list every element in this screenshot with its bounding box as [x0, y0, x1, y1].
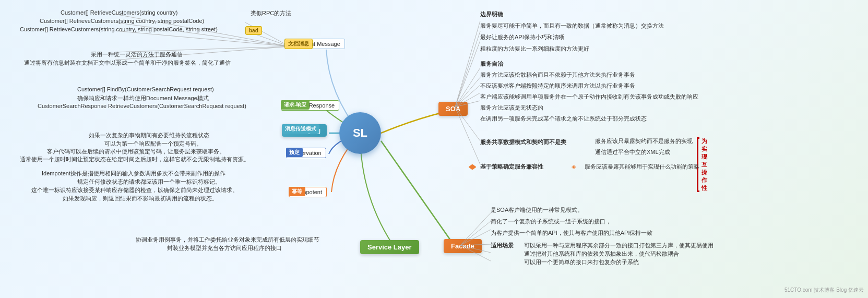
policy-label: 基于策略确定服务兼容性 — [480, 163, 543, 170]
autonomous-label: 服务自治 — [480, 61, 503, 67]
text-res-4: 通常使用一个超时时间让预定状态在给定时间之后超时，这样它就不会无限制地持有资源。 — [20, 156, 249, 163]
svg-line-8 — [455, 31, 480, 107]
svg-line-10 — [455, 68, 480, 107]
autonomous-item-1: 服务方法应该松散耦合而且不依赖于其他方法来执行业务事务 — [480, 71, 698, 79]
text-rpc-label: 类似RPC的方法 — [251, 9, 291, 17]
applicable-item-1: 可以采用一种与应用程序其余部分一致的接口打包第三方库，使其更易使用 — [524, 242, 714, 249]
applicable-item-2: 通过把对其他系统和库的依赖关系抽象出来，使代码松散耦合 — [524, 250, 679, 258]
text-sl-1: 协调业务用例事务，并将工作委托给业务对象来完成所有低层的实现细节 — [136, 236, 319, 244]
shared-data-group: 服务共享数据模式和契约而不是类 服务应该只暴露契约而不是服务的实现 通信通过平台… — [480, 138, 566, 146]
svg-line-4 — [115, 31, 290, 46]
soa-node: SOA — [438, 102, 468, 116]
text-res-3: 客户代码可以在后续的请求中使用该预定号码，让服务层来获取事务。 — [47, 148, 225, 156]
applicable-label: 适用场景 — [491, 242, 514, 248]
policy-item-1: 服务应该暴露其能够用于实现什么功能的策略 — [585, 163, 699, 171]
text-req-3: CustomerSearchResponse RetrieveCustomers… — [38, 103, 246, 109]
text-rpc-2: Customer[] RetrieveCustomers(string coun… — [40, 18, 204, 24]
text-idem-4: 如果发现响应，则返回结果而不影响最初调用的流程的状态。 — [63, 195, 218, 202]
boundary-label: 边界明确 — [480, 11, 503, 17]
applicable-item-3: 可以用一个更简单的接口来打包复杂的子系统 — [524, 258, 639, 266]
badge-idempotent: 幂等 — [289, 187, 305, 196]
boundary-item-3: 粗粒度的方法要比一系列细粒度的方法更好 — [480, 45, 664, 53]
boundary-item-2: 最好让服务的API保持小巧和清晰 — [480, 33, 664, 41]
autonomous-item-5: 在调用另一项服务来完成某个请求之前不让系统处于部分完成状态 — [480, 115, 698, 123]
badge-request-response: 请求-响应 — [281, 100, 310, 110]
text-idem-3: 这个唯一标识符应该接受某种响应存储器的检查，以确保之前尚未处理过该请求。 — [31, 186, 238, 194]
text-rpc-3: Customer[] RetrieveCustomers(string coun… — [20, 26, 218, 32]
badge-reservation: 预定 — [286, 148, 303, 157]
brace-label: 为实现互操作性 — [701, 137, 710, 192]
service-layer-node: Service Layer — [360, 240, 419, 254]
facade-node: Facade — [444, 239, 482, 253]
text-doc-2: 通过将所有信息封装在文档正文中以形成一个简单和干净的服务签名，简化了通信 — [24, 59, 231, 67]
autonomous-item-3: 客户端应该能够调用单项服务并在一个原子动作内接收到有关该事务成功或失败的响应 — [480, 93, 698, 101]
autonomous-item-4: 服务方法应该是无状态的 — [480, 104, 698, 112]
badge-bad: bad — [245, 26, 262, 35]
watermark: 51CTO.com 技术博客 Blog 亿速云 — [784, 287, 864, 294]
text-sl-2: 封装业务模型并充当各方访问应用程序的接口 — [167, 244, 282, 252]
autonomous-item-2: 不应该要求客户端按照特定的顺序来调用方法以执行业务事务 — [480, 82, 698, 90]
text-idem-2: 规定任何修改状态的请求都应该用一个唯一标识符标记。 — [77, 178, 221, 186]
text-doc-1: 采用一种统一灵活的方法于服务通信 — [91, 51, 183, 58]
text-rpc-1: Customer[] RetrieveCustomers(string coun… — [61, 9, 177, 16]
shared-item-2: 通信通过平台中立的XML完成 — [595, 148, 693, 156]
svg-line-7 — [455, 21, 480, 107]
policy-diamond: ◈ — [572, 163, 576, 170]
center-node: SL — [339, 112, 381, 154]
badge-document-message: 文档消息 — [284, 39, 313, 49]
text-res-2: 可以为第一个响应配备一个预定号码。 — [104, 140, 202, 148]
shared-data-label: 服务共享数据模式和契约而不是类 — [480, 139, 566, 145]
text-idem-1: Idempotent操作是指使用相同的输入参数调用多次不会带来副作用的操作 — [42, 170, 225, 177]
boundary-item-1: 服务要尽可能干净简单，而且有一致的数据（通常被称为消息）交换方法 — [480, 22, 664, 30]
mindmap-container: SL Customer[] RetrieveCustomers(string c… — [0, 0, 868, 298]
facade-desc-2: 简化了一个复杂的子系统或一组子系统的接口， — [491, 218, 652, 225]
facade-desc-3: 为客户提供一个简单的API，使其与客户使用的其他API保持一致 — [491, 229, 652, 237]
facade-desc-1: 是SOA客户端使用的一种常见模式。 — [491, 206, 652, 214]
text-res-1: 如果一次复杂的事物期间有必要维持长流程状态 — [89, 132, 209, 139]
boundary-group: 边界明确 服务要尽可能干净简单，而且有一致的数据（通常被称为消息）交换方法 最好… — [480, 10, 664, 46]
autonomous-group: 服务自治 服务方法应该松散耦合而且不依赖于其他方法来执行业务事务 不应该要求客户… — [480, 60, 698, 112]
svg-line-9 — [455, 41, 480, 107]
text-req-1: Customer[] FindBy(CustomerSearchRequest … — [77, 86, 214, 92]
applicable-group: 适用场景 可以采用一种与应用程序其余部分一致的接口打包第三方库，使其更易使用 通… — [491, 242, 514, 249]
policy-group: 基于策略确定服务兼容性 ◈ 服务应该暴露其能够用于实现什么功能的策略 — [480, 163, 543, 171]
badge-messaging: 消息传送模式 — [282, 124, 319, 134]
text-req-2: 确保响应和请求一样均使用Document Message模式 — [77, 94, 209, 102]
shared-item-1: 服务应该只暴露契约而不是服务的实现 — [595, 137, 693, 145]
facade-desc-group: 是SOA客户端使用的一种常见模式。 简化了一个复杂的子系统或一组子系统的接口， … — [491, 206, 652, 233]
svg-marker-23 — [469, 164, 476, 170]
